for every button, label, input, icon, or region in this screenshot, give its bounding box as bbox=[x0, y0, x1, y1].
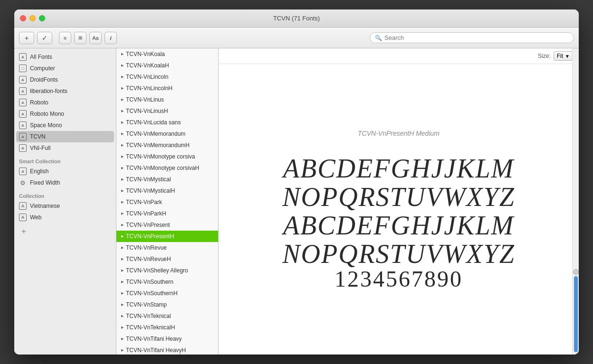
sidebar-item-roboto-mono[interactable]: A Roboto Mono bbox=[14, 108, 116, 120]
font-item-presenth[interactable]: ▶ TCVN-VnPresentH bbox=[116, 231, 218, 242]
font-item-mystical[interactable]: ▶ TCVN-VnMystical bbox=[116, 174, 218, 185]
smart-icon: A bbox=[19, 168, 27, 175]
font-item-shelley[interactable]: ▶ TCVN-VnShelley Allegro bbox=[116, 265, 218, 276]
sidebar-label-liberation: liberation-fonts bbox=[30, 88, 67, 94]
collection-icon-2: A bbox=[19, 214, 27, 221]
font-item-koalah[interactable]: ▶ TCVN-VnKoalaH bbox=[116, 60, 218, 71]
check-icon: ✓ bbox=[42, 34, 48, 42]
sidebar-item-tcvn[interactable]: A TCVN bbox=[16, 131, 114, 142]
font-item-label: TCVN-VnPresent bbox=[126, 222, 170, 228]
font-item-lincolnh[interactable]: ▶ TCVN-VnLincolnH bbox=[116, 83, 218, 94]
font-item-label: TCVN-VnSouthern bbox=[126, 279, 173, 285]
expand-icon: ▶ bbox=[121, 132, 124, 136]
expand-icon: ▶ bbox=[121, 257, 124, 261]
svg-text:ABCDEFGHJJKLM: ABCDEFGHJJKLM bbox=[281, 211, 515, 240]
sidebar-item-web[interactable]: A Web bbox=[14, 212, 116, 223]
view-list-button[interactable]: ≡ bbox=[59, 32, 71, 44]
font-icon-8: A bbox=[19, 144, 27, 152]
sidebar-item-vietnamese[interactable]: A Vietnamese bbox=[14, 200, 116, 212]
sidebar-item-droidfonts[interactable]: A DroidFonts bbox=[14, 74, 116, 85]
maximize-button[interactable] bbox=[39, 15, 45, 21]
font-item-present[interactable]: ▶ TCVN-VnPresent bbox=[116, 219, 218, 231]
font-preview-svg: ABCDEFGHJJKLM NOPQRSTUVWXYZ ABCDEFGHJJKL… bbox=[232, 147, 565, 289]
font-item-monotype[interactable]: ▶ TCVN-VnMonotype corsiva bbox=[116, 151, 218, 162]
collection-icon-1: A bbox=[19, 202, 27, 210]
sidebar-item-computer[interactable]: □ Computer bbox=[14, 63, 116, 74]
minimize-button[interactable] bbox=[29, 15, 36, 21]
expand-icon: ▶ bbox=[121, 223, 124, 227]
font-item-label: TCVN-VnLincolnH bbox=[126, 85, 172, 92]
expand-icon: ▶ bbox=[121, 291, 124, 295]
expand-icon: ▶ bbox=[121, 109, 124, 113]
expand-icon: ▶ bbox=[121, 280, 124, 284]
font-item-tifani[interactable]: ▶ TCVN-VnTifani Heavy bbox=[116, 333, 218, 345]
font-item-label: TCVN-VnSouthernH bbox=[126, 290, 178, 297]
font-item-revue[interactable]: ▶ TCVN-VnRevue bbox=[116, 242, 218, 253]
expand-icon: ▶ bbox=[121, 234, 124, 238]
info-button[interactable]: i bbox=[105, 32, 117, 44]
size-dropdown[interactable]: Fit ▼ bbox=[554, 51, 573, 61]
close-button[interactable] bbox=[20, 15, 26, 21]
font-item-lincoln[interactable]: ▶ TCVN-VnLincoln bbox=[116, 71, 218, 83]
font-item-memorandum[interactable]: ▶ TCVN-VnMemorandum bbox=[116, 128, 218, 140]
font-item-label: TCVN-VnMysticalH bbox=[126, 187, 175, 194]
font-item-park[interactable]: ▶ TCVN-VnPark bbox=[116, 196, 218, 208]
font-item-teknical[interactable]: ▶ TCVN-VnTeknical bbox=[116, 310, 218, 322]
expand-icon: ▶ bbox=[121, 177, 124, 181]
font-item-label: TCVN-VnTifani HeavyH bbox=[126, 347, 186, 354]
font-item-monotypeh[interactable]: ▶ TCVN-VnMonotype corsivaH bbox=[116, 162, 218, 174]
font-icon-2: A bbox=[19, 76, 27, 84]
font-item-southernh[interactable]: ▶ TCVN-VnSouthernH bbox=[116, 288, 218, 299]
font-item-linus[interactable]: ▶ TCVN-VnLinus bbox=[116, 94, 218, 105]
view-preview-button[interactable]: Aa bbox=[89, 32, 102, 44]
add-sidebar-button[interactable]: + bbox=[19, 227, 29, 236]
font-item-koala[interactable]: ▶ TCVN-VnKoala bbox=[116, 48, 218, 60]
font-item-memorandumh[interactable]: ▶ TCVN-VnMemorandumH bbox=[116, 140, 218, 151]
font-item-label: TCVN-VnMemorandum bbox=[126, 131, 185, 137]
plus-icon: + bbox=[25, 34, 29, 42]
font-item-teknicalh[interactable]: ▶ TCVN-VnTeknicalH bbox=[116, 322, 218, 333]
search-input[interactable] bbox=[384, 34, 569, 41]
info-icon: i bbox=[110, 35, 111, 41]
titlebar: TCVN (71 Fonts) bbox=[14, 9, 579, 28]
check-button[interactable]: ✓ bbox=[37, 32, 52, 44]
expand-icon: ▶ bbox=[121, 337, 124, 341]
add-collection-button[interactable]: + bbox=[19, 32, 34, 44]
font-item-revueh[interactable]: ▶ TCVN-VnRevueH bbox=[116, 253, 218, 265]
font-icon-5: A bbox=[19, 110, 27, 118]
sidebar-item-english[interactable]: A English bbox=[14, 166, 116, 177]
font-item-label: TCVN-VnLinus bbox=[126, 96, 164, 103]
view-grid-button[interactable]: ⊞ bbox=[74, 32, 86, 44]
sidebar-label-droidfonts: DroidFonts bbox=[30, 76, 58, 83]
size-label: Size: bbox=[538, 53, 551, 59]
sidebar-item-all-fonts[interactable]: A All Fonts bbox=[14, 51, 116, 63]
font-item-parkh[interactable]: ▶ TCVN-VnParkH bbox=[116, 208, 218, 219]
font-item-lucida[interactable]: ▶ TCVN-VnLucida sans bbox=[116, 117, 218, 128]
scroll-thumb[interactable] bbox=[574, 276, 578, 352]
preview-scrollbar[interactable] bbox=[572, 48, 579, 355]
font-item-southern[interactable]: ▶ TCVN-VnSouthern bbox=[116, 276, 218, 288]
expand-icon: ▶ bbox=[121, 189, 124, 193]
expand-icon: ▶ bbox=[121, 143, 124, 147]
font-item-stamp[interactable]: ▶ TCVN-VnStamp bbox=[116, 299, 218, 310]
sidebar-item-space-mono[interactable]: A Space Mono bbox=[14, 120, 116, 131]
font-name-display: TCVN-VnPresentH Medium bbox=[358, 130, 440, 137]
sidebar-item-liberation[interactable]: A liberation-fonts bbox=[14, 85, 116, 97]
font-item-linush[interactable]: ▶ TCVN-VnLinusH bbox=[116, 105, 218, 117]
traffic-lights bbox=[20, 15, 45, 21]
sidebar-item-fixed-width[interactable]: ⚙ Fixed Width bbox=[14, 177, 116, 188]
scroll-handle[interactable] bbox=[573, 269, 579, 275]
font-item-label: TCVN-VnMystical bbox=[126, 176, 171, 183]
font-item-tifanih[interactable]: ▶ TCVN-VnTifani HeavyH bbox=[116, 345, 218, 355]
expand-icon: ▶ bbox=[121, 121, 124, 124]
search-bar[interactable]: 🔍 bbox=[370, 32, 574, 43]
grid-icon: ⊞ bbox=[78, 35, 82, 40]
font-item-mysticalh[interactable]: ▶ TCVN-VnMysticalH bbox=[116, 185, 218, 196]
sidebar-item-vni-full[interactable]: A VNI-Full bbox=[14, 142, 116, 154]
font-item-label: TCVN-VnLinusH bbox=[126, 108, 168, 114]
sidebar-item-roboto[interactable]: A Roboto bbox=[14, 97, 116, 108]
sidebar-label-english: English bbox=[30, 168, 48, 175]
font-item-label: TCVN-VnStamp bbox=[126, 301, 167, 308]
svg-text:1234567890: 1234567890 bbox=[335, 266, 463, 289]
monitor-icon: □ bbox=[19, 65, 27, 72]
